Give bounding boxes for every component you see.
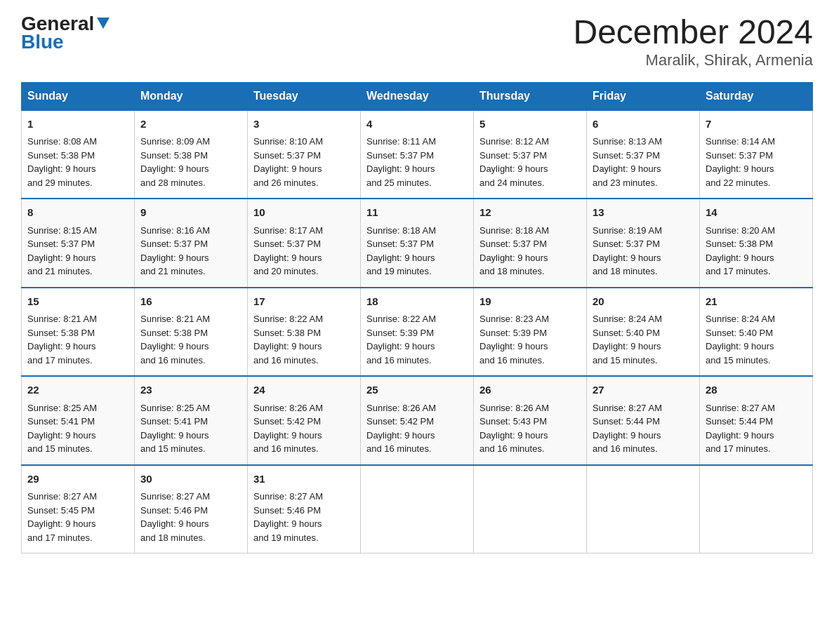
calendar-day-cell: 12Sunrise: 8:18 AM Sunset: 5:37 PM Dayli… [474,199,587,288]
calendar-day-cell: 17Sunrise: 8:22 AM Sunset: 5:38 PM Dayli… [248,288,361,377]
day-number: 2 [140,116,241,133]
calendar-day-cell: 16Sunrise: 8:21 AM Sunset: 5:38 PM Dayli… [135,288,248,377]
day-info: Sunrise: 8:19 AM Sunset: 5:37 PM Dayligh… [593,224,694,279]
calendar-day-cell: 5Sunrise: 8:12 AM Sunset: 5:37 PM Daylig… [474,110,587,199]
day-number: 16 [140,294,241,310]
day-number: 30 [140,471,241,488]
calendar-table: SundayMondayTuesdayWednesdayThursdayFrid… [21,82,813,554]
day-info: Sunrise: 8:09 AM Sunset: 5:38 PM Dayligh… [140,135,241,189]
calendar-day-cell: 28Sunrise: 8:27 AM Sunset: 5:44 PM Dayli… [700,376,813,465]
calendar-empty-cell [361,465,474,554]
day-number: 9 [140,205,241,221]
calendar-week-row: 22Sunrise: 8:25 AM Sunset: 5:41 PM Dayli… [22,376,813,465]
day-number: 27 [593,382,694,398]
day-number: 19 [479,294,581,310]
calendar-day-cell: 30Sunrise: 8:27 AM Sunset: 5:46 PM Dayli… [135,465,248,554]
calendar-day-cell: 21Sunrise: 8:24 AM Sunset: 5:40 PM Dayli… [700,288,813,377]
day-number: 3 [253,116,355,133]
calendar-day-cell: 9Sunrise: 8:16 AM Sunset: 5:37 PM Daylig… [135,199,248,288]
day-number: 18 [366,294,468,310]
day-number: 15 [27,294,128,310]
day-info: Sunrise: 8:21 AM Sunset: 5:38 PM Dayligh… [140,312,241,367]
day-info: Sunrise: 8:16 AM Sunset: 5:37 PM Dayligh… [140,224,241,279]
day-info: Sunrise: 8:27 AM Sunset: 5:46 PM Dayligh… [253,490,355,544]
day-number: 11 [366,205,468,221]
calendar-week-row: 1Sunrise: 8:08 AM Sunset: 5:38 PM Daylig… [22,110,813,199]
day-info: Sunrise: 8:22 AM Sunset: 5:38 PM Dayligh… [253,312,355,367]
day-info: Sunrise: 8:24 AM Sunset: 5:40 PM Dayligh… [706,312,807,367]
calendar-day-cell: 15Sunrise: 8:21 AM Sunset: 5:38 PM Dayli… [22,288,135,377]
column-header-tuesday: Tuesday [248,82,361,110]
day-info: Sunrise: 8:18 AM Sunset: 5:37 PM Dayligh… [366,224,468,279]
calendar-day-cell: 1Sunrise: 8:08 AM Sunset: 5:38 PM Daylig… [22,110,135,199]
day-info: Sunrise: 8:08 AM Sunset: 5:38 PM Dayligh… [27,135,128,189]
column-header-monday: Monday [135,82,248,110]
day-info: Sunrise: 8:18 AM Sunset: 5:37 PM Dayligh… [479,224,581,279]
column-header-wednesday: Wednesday [361,82,474,110]
day-number: 24 [253,382,355,398]
day-info: Sunrise: 8:14 AM Sunset: 5:37 PM Dayligh… [706,135,807,189]
calendar-day-cell: 14Sunrise: 8:20 AM Sunset: 5:38 PM Dayli… [700,199,813,288]
day-info: Sunrise: 8:26 AM Sunset: 5:42 PM Dayligh… [253,401,355,456]
day-info: Sunrise: 8:12 AM Sunset: 5:37 PM Dayligh… [479,135,581,189]
day-info: Sunrise: 8:10 AM Sunset: 5:37 PM Dayligh… [253,135,355,189]
column-header-friday: Friday [587,82,700,110]
calendar-week-row: 29Sunrise: 8:27 AM Sunset: 5:45 PM Dayli… [22,465,813,554]
day-number: 1 [27,116,128,133]
calendar-day-cell: 7Sunrise: 8:14 AM Sunset: 5:37 PM Daylig… [700,110,813,199]
calendar-empty-cell [700,465,813,554]
column-header-saturday: Saturday [700,82,813,110]
day-info: Sunrise: 8:26 AM Sunset: 5:43 PM Dayligh… [479,401,581,456]
day-number: 29 [27,471,128,488]
calendar-day-cell: 29Sunrise: 8:27 AM Sunset: 5:45 PM Dayli… [22,465,135,554]
calendar-week-row: 8Sunrise: 8:15 AM Sunset: 5:37 PM Daylig… [22,199,813,288]
calendar-day-cell: 10Sunrise: 8:17 AM Sunset: 5:37 PM Dayli… [248,199,361,288]
column-header-sunday: Sunday [22,82,135,110]
day-number: 8 [27,205,128,221]
day-info: Sunrise: 8:26 AM Sunset: 5:42 PM Dayligh… [366,401,468,456]
day-info: Sunrise: 8:15 AM Sunset: 5:37 PM Dayligh… [27,224,128,279]
day-info: Sunrise: 8:21 AM Sunset: 5:38 PM Dayligh… [27,312,128,367]
calendar-day-cell: 11Sunrise: 8:18 AM Sunset: 5:37 PM Dayli… [361,199,474,288]
column-header-thursday: Thursday [474,82,587,110]
calendar-day-cell: 6Sunrise: 8:13 AM Sunset: 5:37 PM Daylig… [587,110,700,199]
calendar-day-cell: 25Sunrise: 8:26 AM Sunset: 5:42 PM Dayli… [361,376,474,465]
calendar-day-cell: 23Sunrise: 8:25 AM Sunset: 5:41 PM Dayli… [135,376,248,465]
day-number: 14 [706,205,807,221]
logo-text-blue: Blue [21,31,64,53]
calendar-day-cell: 2Sunrise: 8:09 AM Sunset: 5:38 PM Daylig… [135,110,248,199]
day-number: 5 [479,116,581,133]
svg-marker-0 [97,18,110,29]
calendar-header-row: SundayMondayTuesdayWednesdayThursdayFrid… [22,82,813,110]
calendar-day-cell: 20Sunrise: 8:24 AM Sunset: 5:40 PM Dayli… [587,288,700,377]
day-number: 31 [253,471,355,488]
calendar-day-cell: 19Sunrise: 8:23 AM Sunset: 5:39 PM Dayli… [474,288,587,377]
day-info: Sunrise: 8:27 AM Sunset: 5:44 PM Dayligh… [593,401,694,456]
day-number: 28 [706,382,807,398]
calendar-day-cell: 24Sunrise: 8:26 AM Sunset: 5:42 PM Dayli… [248,376,361,465]
logo: General Blue [21,14,111,53]
page-subtitle: Maralik, Shirak, Armenia [573,51,813,69]
calendar-day-cell: 22Sunrise: 8:25 AM Sunset: 5:41 PM Dayli… [22,376,135,465]
calendar-day-cell: 26Sunrise: 8:26 AM Sunset: 5:43 PM Dayli… [474,376,587,465]
calendar-day-cell: 4Sunrise: 8:11 AM Sunset: 5:37 PM Daylig… [361,110,474,199]
day-number: 10 [253,205,355,221]
day-number: 13 [593,205,694,221]
day-info: Sunrise: 8:27 AM Sunset: 5:45 PM Dayligh… [27,490,128,544]
day-info: Sunrise: 8:24 AM Sunset: 5:40 PM Dayligh… [593,312,694,367]
calendar-day-cell: 8Sunrise: 8:15 AM Sunset: 5:37 PM Daylig… [22,199,135,288]
day-number: 7 [706,116,807,133]
calendar-day-cell: 3Sunrise: 8:10 AM Sunset: 5:37 PM Daylig… [248,110,361,199]
day-number: 21 [706,294,807,310]
day-number: 23 [140,382,241,398]
calendar-empty-cell [587,465,700,554]
day-number: 26 [479,382,581,398]
day-info: Sunrise: 8:22 AM Sunset: 5:39 PM Dayligh… [366,312,468,367]
day-info: Sunrise: 8:20 AM Sunset: 5:38 PM Dayligh… [706,224,807,279]
page-title: December 2024 [573,14,813,51]
logo-triangle-icon [95,15,111,30]
day-info: Sunrise: 8:25 AM Sunset: 5:41 PM Dayligh… [140,401,241,456]
day-info: Sunrise: 8:13 AM Sunset: 5:37 PM Dayligh… [593,135,694,189]
day-info: Sunrise: 8:23 AM Sunset: 5:39 PM Dayligh… [479,312,581,367]
day-number: 22 [27,382,128,398]
